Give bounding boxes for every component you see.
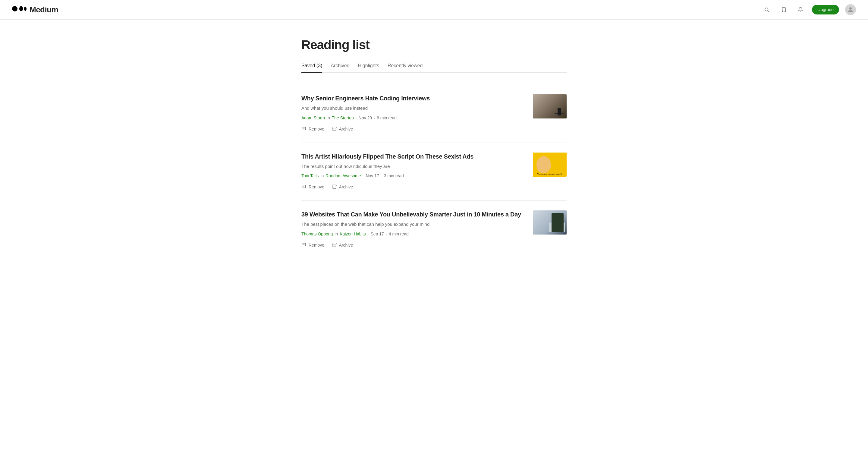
article-content: This Artist Hilariously Flipped The Scri…	[301, 153, 523, 191]
svg-rect-16	[332, 243, 336, 244]
remove-button[interactable]: Remove	[301, 183, 324, 191]
article-publication[interactable]: Kaizen Habits	[340, 232, 366, 236]
tab-highlights[interactable]: Highlights	[358, 63, 379, 73]
article-item: 39 Websites That Can Make You Unbelievab…	[301, 201, 567, 259]
article-content: Why Senior Engineers Hate Coding Intervi…	[301, 94, 523, 133]
article-subtitle: The results point out how ridiculous the…	[301, 163, 523, 170]
article-title: 39 Websites That Can Make You Unbelievab…	[301, 210, 523, 218]
tab-recently-viewed[interactable]: Recently viewed	[388, 63, 423, 73]
article-content: 39 Websites That Can Make You Unbelievab…	[301, 210, 523, 249]
upgrade-button[interactable]: Upgrade	[812, 5, 839, 14]
article-actions: Remove · Archive	[301, 241, 523, 249]
article-title: This Artist Hilariously Flipped The Scri…	[301, 153, 523, 161]
article-subtitle: The best places on the web that can help…	[301, 221, 523, 228]
avatar-button[interactable]	[845, 4, 856, 15]
article-thumbnail	[533, 94, 567, 119]
remove-button[interactable]: Remove	[301, 241, 324, 249]
article-publication[interactable]: The Startup	[332, 116, 354, 120]
article-thumbnail: You mean a man can open it!	[533, 153, 567, 177]
article-read-time: 3 min read	[384, 173, 404, 178]
article-actions: Remove · Archive	[301, 183, 523, 191]
article-item: This Artist Hilariously Flipped The Scri…	[301, 143, 567, 201]
svg-line-4	[768, 10, 769, 12]
article-thumbnail	[533, 210, 567, 235]
bookmark-button[interactable]	[778, 4, 789, 15]
archive-button[interactable]: Archive	[332, 183, 353, 191]
svg-point-0	[12, 6, 18, 11]
header-actions: Upgrade	[761, 4, 856, 15]
article-date: Sep 17	[370, 232, 384, 236]
archive-button[interactable]: Archive	[332, 125, 353, 133]
svg-rect-5	[302, 127, 306, 130]
archive-button[interactable]: Archive	[332, 241, 353, 249]
tab-saved[interactable]: Saved (3)	[301, 63, 322, 73]
svg-point-3	[765, 8, 768, 11]
article-meta: Toni Tails in Random Awesome · Nov 17 · …	[301, 173, 523, 178]
main-content: Reading list Saved (3) Archived Highligh…	[289, 20, 579, 283]
article-read-time: 4 min read	[389, 232, 409, 236]
svg-rect-13	[302, 243, 306, 246]
article-actions: Remove · Archive	[301, 125, 523, 133]
article-author[interactable]: Thomas Oppong	[301, 232, 333, 236]
svg-rect-12	[332, 185, 336, 186]
article-title: Why Senior Engineers Hate Coding Intervi…	[301, 94, 523, 102]
article-author[interactable]: Adam Storm	[301, 116, 325, 120]
remove-button[interactable]: Remove	[301, 125, 324, 133]
tabs-nav: Saved (3) Archived Highlights Recently v…	[301, 63, 567, 73]
svg-point-1	[19, 6, 23, 11]
page-title: Reading list	[301, 38, 567, 52]
logo-text: Medium	[30, 5, 58, 14]
notification-button[interactable]	[795, 4, 806, 15]
svg-rect-9	[302, 185, 306, 188]
article-meta: Adam Storm in The Startup · Nov 29 · 6 m…	[301, 116, 523, 120]
svg-rect-8	[332, 127, 336, 128]
article-date: Nov 29	[359, 116, 372, 120]
svg-point-2	[24, 7, 27, 11]
article-read-time: 6 min read	[377, 116, 397, 120]
article-meta: Thomas Oppong in Kaizen Habits · Sep 17 …	[301, 232, 523, 236]
article-author[interactable]: Toni Tails	[301, 173, 318, 178]
medium-logo-icon	[12, 4, 27, 15]
article-item: Why Senior Engineers Hate Coding Intervi…	[301, 85, 567, 143]
tab-archived[interactable]: Archived	[331, 63, 349, 73]
article-list: Why Senior Engineers Hate Coding Intervi…	[301, 85, 567, 259]
header: Medium Upgrade	[0, 0, 868, 20]
article-subtitle: And what you should use instead	[301, 105, 523, 112]
logo-link[interactable]: Medium	[12, 4, 58, 15]
article-publication[interactable]: Random Awesome	[326, 173, 361, 178]
search-button[interactable]	[761, 4, 772, 15]
article-date: Nov 17	[366, 173, 379, 178]
